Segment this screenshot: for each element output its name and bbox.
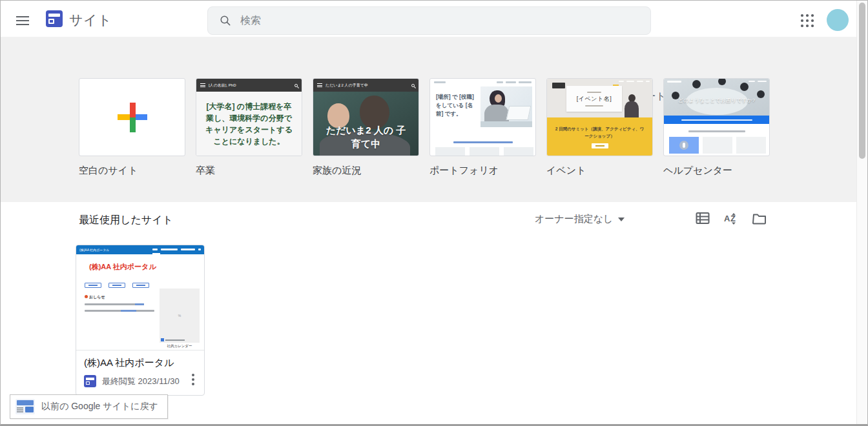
helpcenter-thumbnail: どのようなことでお困りですか? <box>663 78 770 156</box>
caret-down-icon <box>618 218 625 221</box>
site-name-bar <box>434 81 446 83</box>
thumb-buttons <box>85 283 149 288</box>
person-figure <box>625 101 639 117</box>
template-card-portfolio[interactable]: [場所] で [役職] をしている [名前] です。 ポートフォリオ <box>429 78 536 177</box>
family-overlay-text: ただいま2 人の 子育て中 <box>324 123 409 150</box>
tile-blue <box>669 137 699 154</box>
template-card-blank[interactable]: 空白のサイト <box>79 78 185 177</box>
scrollbar-thumb[interactable] <box>859 3 865 159</box>
list-view-icon[interactable] <box>695 210 710 226</box>
tile-captions <box>669 156 766 156</box>
text-line-bar <box>85 310 154 312</box>
person-figure <box>718 79 726 85</box>
helpcenter-heading: どのようなことでお困りですか? <box>664 97 769 104</box>
helpcenter-photo: どのようなことでお困りですか? <box>664 79 769 116</box>
template-card-event[interactable]: [イベント名] 2 日間のサミット（講演、アクティビティ、ワークショップ） イベ… <box>546 78 653 177</box>
subtitle-bar <box>587 92 601 93</box>
thumb-header-text: [人の名前], PhD <box>209 83 294 88</box>
recent-sites-title: 最近使用したサイト <box>79 214 173 227</box>
portfolio-photo <box>480 86 532 127</box>
laptop-shape <box>506 106 532 120</box>
family-photo: ただいま2 人の 子育て中 <box>313 92 418 156</box>
avatar[interactable] <box>827 9 849 31</box>
thumb-header: ただいま2 人の子育て中 <box>313 79 418 92</box>
blank-site-thumbnail <box>79 78 185 156</box>
thumb-nav <box>434 81 532 85</box>
thumb-nav <box>749 81 767 82</box>
thumb-site-title: (株)AA 社内ポータル <box>89 262 156 272</box>
thumb-nav <box>619 81 650 82</box>
nav-item-bar <box>497 81 503 83</box>
person-figure <box>740 83 749 91</box>
figure-face <box>495 94 502 103</box>
revert-classic-sites-button[interactable]: 以前の Google サイトに戻す <box>10 394 168 419</box>
revert-button-label: 以前の Google サイトに戻す <box>41 401 158 412</box>
calendar-icon <box>161 338 164 341</box>
search-icon <box>198 249 201 250</box>
desk-shape <box>480 121 532 127</box>
thumb-header: (株)AA 社内ポータル <box>76 245 204 254</box>
new-site-section: 新しいサイトを作成 テンプレート ギャラリー 空白のサイト <box>1 37 868 202</box>
nav-item-bar <box>161 249 178 250</box>
recent-site-thumbnail: (株)AA 社内ポータル (株)AA 社内ポータル おしらせ % 社内カレンダー <box>76 245 204 350</box>
thumb-header-text: ただいま2 人の子育て中 <box>326 83 411 88</box>
template-label: 卒業 <box>196 165 302 177</box>
subtitle-bar <box>585 105 603 107</box>
hamburger-menu-icon[interactable] <box>16 16 29 25</box>
search-icon <box>294 84 298 87</box>
graduation-text: [大学名] の博士課程を卒業し、環境科学の分野でキャリアをスタートすることになり… <box>203 101 295 147</box>
person-figure <box>692 80 701 88</box>
nav-item-bar <box>519 81 532 83</box>
last-viewed-text: 最終閲覧 2023/11/30 <box>102 376 180 387</box>
text-line-bar <box>85 303 144 305</box>
owner-filter-dropdown[interactable]: オーナー指定なし <box>535 213 625 225</box>
nav-item-bar <box>749 81 755 82</box>
apps-grid-icon[interactable] <box>801 14 815 28</box>
portfolio-thumbnail: [場所] で [役職] をしている [名前] です。 <box>429 78 536 156</box>
top-app-bar: サイト <box>1 1 868 37</box>
recent-site-meta: 最終閲覧 2023/11/30 <box>84 375 196 387</box>
event-summary-text: 2 日間のサミット（講演、アクティビティ、ワークショップ） <box>554 125 646 139</box>
nav-item-bar <box>152 249 158 250</box>
sites-logo-icon[interactable] <box>46 10 63 27</box>
nav-item-bar <box>646 81 650 82</box>
sort-alpha-icon[interactable]: A Z <box>723 210 739 226</box>
tile-grey <box>703 137 732 154</box>
subtitle-bar <box>688 130 745 132</box>
google-sites-home-page: サイト 新しいサイトを作成 テンプレート ギャラリー <box>0 0 868 426</box>
nav-item-bar <box>181 249 195 250</box>
recent-card-footer: (株)AA 社内ポータル 最終閲覧 2023/11/30 <box>76 350 204 395</box>
hamburger-menu-icon <box>317 83 322 87</box>
template-card-graduation[interactable]: [人の名前], PhD [大学名] の博士課程を卒業し、環境科学の分野でキャリア… <box>196 78 302 177</box>
event-photo: [イベント名] <box>547 79 652 117</box>
helpcenter-tiles <box>669 137 766 154</box>
helpcenter-banner <box>664 116 769 124</box>
placeholder-boxes <box>435 147 533 156</box>
banner-text-bar <box>681 119 752 121</box>
search-icon <box>220 15 231 26</box>
template-card-helpcenter[interactable]: どのようなことでお困りですか? ヘルプセンター <box>663 78 770 177</box>
recent-site-menu-icon[interactable] <box>187 373 199 386</box>
thumb-nav <box>152 249 201 250</box>
link-text-bar <box>453 141 513 143</box>
thumb-calendar-embed: % <box>160 289 200 343</box>
search-input[interactable] <box>240 15 628 26</box>
scrollbar-track[interactable] <box>856 1 867 425</box>
person-icon <box>679 141 688 150</box>
active-tab-underline <box>152 253 160 254</box>
thumb-body: [大学名] の博士課程を卒業し、環境科学の分野でキャリアをスタートすることになり… <box>196 92 302 156</box>
portfolio-heading: [場所] で [役職] をしている [名前] です。 <box>436 93 479 117</box>
thumb-calendar-caption: 社内カレンダー <box>160 344 200 349</box>
search-bar[interactable] <box>207 6 651 35</box>
template-label: ポートフォリオ <box>429 165 536 177</box>
thumb-header: [人の名前], PhD <box>196 79 302 92</box>
app-title: サイト <box>69 11 112 29</box>
sites-file-icon <box>84 375 96 387</box>
folder-icon[interactable] <box>752 210 767 226</box>
site-name-bar <box>667 81 681 83</box>
template-label: 空白のサイト <box>79 165 185 177</box>
nav-item-bar <box>637 81 643 82</box>
recent-site-card[interactable]: (株)AA 社内ポータル (株)AA 社内ポータル おしらせ % 社内カレンダー <box>76 245 205 396</box>
nav-item-bar <box>506 81 516 83</box>
template-card-family[interactable]: ただいま2 人の子育て中 ただいま2 人の 子育て中 家族の近況 <box>313 78 419 177</box>
